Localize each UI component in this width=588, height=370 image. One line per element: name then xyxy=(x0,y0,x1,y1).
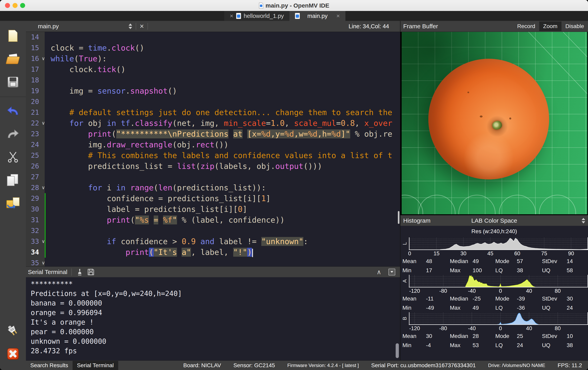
stat-value: -36 xyxy=(517,305,542,311)
gutter-row: 26 xyxy=(26,161,45,172)
search-results-tab[interactable]: Search Results xyxy=(26,361,73,370)
tab-helloworld[interactable]: × helloworld_1.py xyxy=(224,11,289,21)
undo-button[interactable] xyxy=(6,104,20,118)
open-document-selector[interactable]: main.py xyxy=(38,23,59,30)
code-line: predictions_list = list(zip(labels, obj.… xyxy=(45,161,400,172)
disable-button[interactable]: Disable xyxy=(561,21,588,31)
gutter-row: 29 xyxy=(26,193,45,204)
color-space-spinner-icon[interactable] xyxy=(582,218,585,223)
stat-value: 17 xyxy=(426,267,450,274)
python-file-icon xyxy=(236,13,241,19)
editor-scrollbar[interactable] xyxy=(398,211,399,224)
color-space-select[interactable]: LAB Color Space xyxy=(471,217,517,224)
stat-label: Median xyxy=(450,296,472,302)
terminal-line: unknown = 0.000000 xyxy=(31,337,400,346)
paste-button[interactable] xyxy=(6,196,20,210)
sidebar-separator xyxy=(0,97,26,97)
channel-stats: Mean-11Median-25Mode-39StDev30Min-49Max4… xyxy=(400,294,588,311)
traffic-close-button[interactable] xyxy=(5,3,10,8)
stat-value: -49 xyxy=(426,305,450,311)
tab-close-icon[interactable]: × xyxy=(230,12,233,19)
code-lines: clock = time.clock()while(True): clock.t… xyxy=(45,32,400,266)
editor-header: main.py × Line: 34,Col: 44 xyxy=(26,21,400,32)
gutter-row: 33∨ xyxy=(26,236,45,247)
serial-terminal-tab[interactable]: Serial Terminal xyxy=(73,361,118,370)
axis-tick-label: -80 xyxy=(435,325,451,331)
gutter-row: 35∨ xyxy=(26,258,45,266)
status-item: Firmware Version: 4.2.4 - [ latest ] xyxy=(287,363,359,368)
stat-value: 38 xyxy=(517,267,542,274)
axis-tick-label: -120 xyxy=(407,288,422,294)
open-file-button[interactable] xyxy=(6,52,20,66)
stat-value: 48 xyxy=(426,258,450,264)
stop-button[interactable] xyxy=(6,347,20,361)
stat-value: 24 xyxy=(567,305,588,311)
stat-value: 24 xyxy=(517,342,542,349)
stat-value: 30 xyxy=(426,333,450,339)
connect-button[interactable] xyxy=(6,324,20,338)
code-line: # default settings just do one detection… xyxy=(45,107,400,118)
tab-main[interactable]: main.py × xyxy=(289,11,346,21)
new-file-button[interactable] xyxy=(6,29,20,43)
code-editor[interactable]: 141516∨171819202122∨232425262728∨2930313… xyxy=(26,32,400,266)
status-bar: Search Results Serial Terminal Board: NI… xyxy=(26,360,588,370)
stat-label: Median xyxy=(450,333,472,339)
openmv-ide-window: main.py - OpenMV IDE × helloworld_1.py m… xyxy=(0,0,588,370)
redo-button[interactable] xyxy=(6,127,20,141)
cursor-position: Line: 34,Col: 44 xyxy=(349,23,389,30)
gutter-row: 16∨ xyxy=(26,53,45,64)
gutter-row: 24 xyxy=(26,140,45,150)
serial-terminal-output[interactable]: **********Predictions at [x=0,y=0,w=240,… xyxy=(26,277,400,360)
stat-value: 57 xyxy=(517,258,542,264)
document-spinner-icon[interactable] xyxy=(128,23,132,29)
gutter-row: 18 xyxy=(26,75,45,86)
traffic-minimize-button[interactable] xyxy=(12,3,18,8)
stat-label: Mean xyxy=(402,296,426,302)
serial-terminal-title: Serial Terminal xyxy=(28,269,67,275)
traffic-zoom-button[interactable] xyxy=(20,3,25,8)
axis-tick-label: -40 xyxy=(464,325,480,331)
code-line xyxy=(45,75,400,86)
text-cursor xyxy=(252,249,253,257)
stat-value: 30 xyxy=(567,296,588,302)
serial-terminal-header: Serial Terminal ∧ xyxy=(26,266,400,277)
save-log-button[interactable] xyxy=(87,268,95,276)
stat-value: 100 xyxy=(472,267,495,274)
histogram-channel-L: L0153045607590Mean48Median49Mode57StDev1… xyxy=(400,237,588,274)
stat-label: Min xyxy=(402,305,426,311)
stat-label: StDev xyxy=(542,296,567,302)
collapse-terminal-icon[interactable]: ∧ xyxy=(377,268,381,276)
terminal-scrollbar[interactable] xyxy=(396,343,399,358)
record-button[interactable]: Record xyxy=(513,21,539,31)
gutter-row: 19 xyxy=(26,86,45,96)
camera-frame-orange-on-mat xyxy=(402,32,587,214)
document-close-icon[interactable]: × xyxy=(140,22,144,30)
tab-close-icon[interactable]: × xyxy=(336,12,340,19)
copy-button[interactable] xyxy=(6,173,20,187)
save-file-button[interactable] xyxy=(6,75,20,89)
frame-buffer-view[interactable] xyxy=(400,32,588,215)
stat-value: 10 xyxy=(567,333,588,339)
code-line: for obj in tf.classify(net, img, min_sca… xyxy=(45,118,400,129)
popout-terminal-icon[interactable] xyxy=(388,269,395,275)
new-file-icon xyxy=(8,30,18,42)
cut-button[interactable] xyxy=(6,150,20,164)
histogram-channel-A: A-120-80-4004080Mean-11Median-25Mode-39S… xyxy=(400,274,588,311)
code-line xyxy=(45,172,400,182)
code-line: img = sensor.snapshot() xyxy=(45,86,400,96)
stat-value: -39 xyxy=(517,296,542,302)
clear-terminal-button[interactable] xyxy=(76,268,84,276)
channel-label: L xyxy=(400,239,411,248)
histogram-channel-B: B-120-80-4004080Mean30Median28Mode25StDe… xyxy=(400,312,588,349)
undo-icon xyxy=(7,106,19,116)
stat-value: 53 xyxy=(472,342,495,349)
gutter-row: 34 xyxy=(26,247,45,258)
zoom-button[interactable]: Zoom xyxy=(539,21,561,31)
axis-tick-label: 80 xyxy=(550,325,566,331)
code-line xyxy=(45,225,400,236)
gutter-row: 17 xyxy=(26,64,45,75)
stat-value: -25 xyxy=(472,296,495,302)
axis-tick-label: 15 xyxy=(429,250,444,257)
stop-x-icon xyxy=(7,348,19,360)
code-line: clock = time.clock() xyxy=(45,43,400,53)
